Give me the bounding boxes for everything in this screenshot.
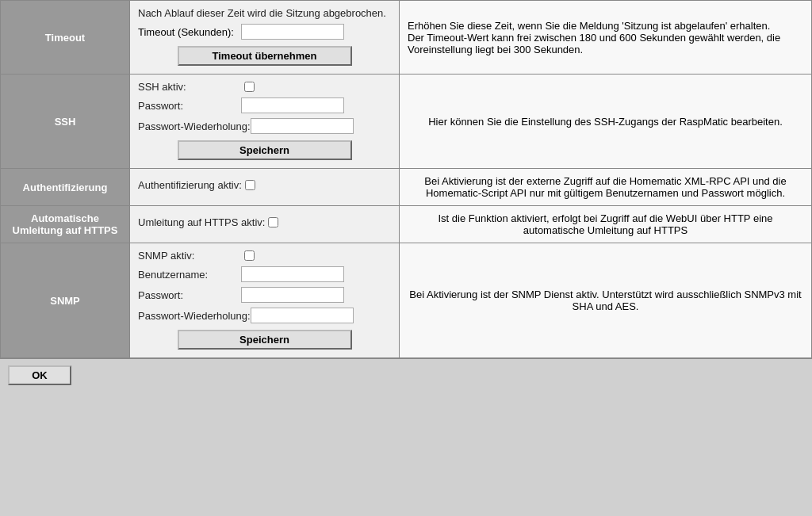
snmp-username-label: Benutzername:: [138, 269, 241, 281]
timeout-seconds-input[interactable]: [241, 24, 344, 40]
timeout-label-cell: Timeout: [1, 1, 130, 75]
https-active-checkbox[interactable]: [268, 217, 278, 227]
ssh-password-input[interactable]: [241, 97, 344, 113]
timeout-help-text: Erhöhen Sie diese Zeit, wenn Sie die Mel…: [408, 20, 780, 55]
ssh-section-label: SSH: [55, 116, 76, 128]
ssh-password-repeat-label: Passwort-Wiederholung:: [138, 120, 251, 132]
auth-section-label: Authentifizierung: [23, 182, 108, 193]
https-active-label: Umleitung auf HTTPS aktiv:: [138, 216, 265, 228]
snmp-username-row: Benutzername:: [138, 266, 391, 282]
snmp-password-label: Passwort:: [138, 289, 241, 301]
https-help-text: Ist die Funktion aktiviert, erfolgt bei …: [439, 212, 773, 236]
timeout-content-cell: Nach Ablauf dieser Zeit wird die Sitzung…: [130, 1, 400, 75]
snmp-active-row: SNMP aktiv:: [138, 250, 391, 262]
auth-content-cell: Authentifizierung aktiv:: [130, 169, 400, 206]
ssh-row: SSH SSH aktiv: Passwort: Passwort-Wieder…: [1, 75, 812, 169]
https-active-row: Umleitung auf HTTPS aktiv:: [138, 216, 391, 228]
snmp-password-repeat-row: Passwort-Wiederholung:: [138, 308, 391, 323]
auth-help-cell: Bei Aktivierung ist der externe Zugriff …: [400, 169, 812, 206]
timeout-seconds-label: Timeout (Sekunden):: [138, 26, 241, 38]
ssh-password-label: Passwort:: [138, 100, 241, 112]
snmp-row: SNMP SNMP aktiv: Benutzername: Passwort:…: [1, 243, 812, 358]
ssh-password-row: Passwort:: [138, 97, 391, 113]
https-content-cell: Umleitung auf HTTPS aktiv:: [130, 206, 400, 243]
ssh-password-repeat-row: Passwort-Wiederholung:: [138, 118, 391, 134]
auth-label-cell: Authentifizierung: [1, 169, 130, 206]
auth-active-row: Authentifizierung aktiv:: [138, 179, 391, 191]
snmp-label-cell: SNMP: [1, 243, 130, 358]
timeout-description: Nach Ablauf dieser Zeit wird die Sitzung…: [138, 7, 391, 19]
timeout-apply-button[interactable]: Timeout übernehmen: [178, 46, 352, 66]
timeout-row: Timeout Nach Ablauf dieser Zeit wird die…: [1, 1, 812, 75]
ssh-password-repeat-input[interactable]: [251, 118, 354, 134]
ssh-content-cell: SSH aktiv: Passwort: Passwort-Wiederholu…: [130, 75, 400, 169]
ok-button[interactable]: OK: [8, 365, 71, 385]
snmp-password-input[interactable]: [241, 287, 344, 303]
ssh-active-row: SSH aktiv:: [138, 81, 391, 93]
snmp-username-input[interactable]: [241, 266, 344, 282]
ssh-help-cell: Hier können Sie die Einstellung des SSH-…: [400, 75, 812, 169]
timeout-help-cell: Erhöhen Sie diese Zeit, wenn Sie die Mel…: [400, 1, 812, 75]
snmp-section-label: SNMP: [50, 295, 80, 307]
auth-active-label: Authentifizierung aktiv:: [138, 179, 242, 191]
ssh-save-button[interactable]: Speichern: [178, 140, 352, 160]
snmp-help-text: Bei Aktivierung ist der SNMP Dienst akti…: [409, 289, 801, 312]
ok-bar: OK: [0, 358, 812, 392]
ssh-active-checkbox[interactable]: [244, 82, 255, 92]
snmp-active-checkbox[interactable]: [244, 250, 255, 261]
auth-help-text: Bei Aktivierung ist der externe Zugriff …: [424, 175, 786, 199]
snmp-password-repeat-input[interactable]: [251, 308, 354, 323]
https-row: Automatische Umleitung auf HTTPS Umleitu…: [1, 206, 812, 243]
snmp-help-cell: Bei Aktivierung ist der SNMP Dienst akti…: [400, 243, 812, 358]
timeout-section-label: Timeout: [45, 32, 85, 44]
snmp-content-cell: SNMP aktiv: Benutzername: Passwort: Pass…: [130, 243, 400, 358]
https-label-cell: Automatische Umleitung auf HTTPS: [1, 206, 130, 243]
ssh-help-text: Hier können Sie die Einstellung des SSH-…: [428, 116, 783, 128]
https-help-cell: Ist die Funktion aktiviert, erfolgt bei …: [400, 206, 812, 243]
snmp-password-row: Passwort:: [138, 287, 391, 303]
auth-row: Authentifizierung Authentifizierung akti…: [1, 169, 812, 206]
snmp-password-repeat-label: Passwort-Wiederholung:: [138, 310, 251, 322]
https-section-label: Automatische Umleitung auf HTTPS: [13, 212, 118, 236]
auth-active-checkbox[interactable]: [245, 180, 255, 190]
ssh-label-cell: SSH: [1, 75, 130, 169]
settings-table: Timeout Nach Ablauf dieser Zeit wird die…: [0, 0, 812, 358]
snmp-active-label: SNMP aktiv:: [138, 250, 241, 262]
ssh-active-label: SSH aktiv:: [138, 81, 241, 93]
snmp-save-button[interactable]: Speichern: [178, 330, 352, 350]
